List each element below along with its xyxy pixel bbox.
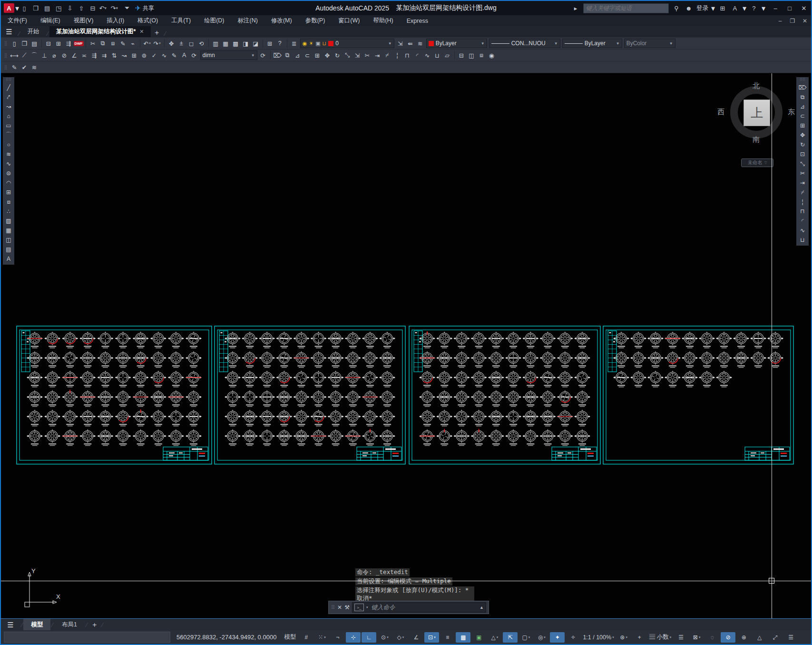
edit-text-icon[interactable]: ✎ <box>10 62 20 72</box>
command-dock-close-icon[interactable]: ✕ <box>337 604 342 611</box>
tab-model[interactable]: 模型 <box>23 619 50 631</box>
region-tool-icon[interactable]: ◫ <box>4 235 13 244</box>
trim-tool-icon[interactable]: ✂ <box>798 169 807 178</box>
insert-block-tool-icon[interactable]: ⊞ <box>4 188 13 197</box>
blend-tool-icon[interactable]: ⊔ <box>798 235 807 244</box>
qat-save-as-icon[interactable]: ◳ <box>53 3 64 13</box>
object-snap-toggle[interactable]: ⊡▾ <box>424 632 439 643</box>
selection-filtering-toggle[interactable]: ▢▾ <box>519 632 533 643</box>
help-icon[interactable]: ? <box>275 39 285 48</box>
dim-space-icon[interactable]: ⇅ <box>109 50 119 60</box>
explode-icon[interactable]: ▱ <box>442 50 452 60</box>
toolbar-handle[interactable]: ⣿ <box>4 53 8 58</box>
markup-set-manager-icon[interactable]: ◪ <box>251 39 261 48</box>
menu-item-8[interactable]: 标注(N) <box>231 15 264 26</box>
app-menu-caret[interactable]: ▾ <box>15 4 19 13</box>
dimstyle-caret[interactable]: ▼ <box>251 53 255 58</box>
command-tools-icon[interactable]: ⚒ <box>344 604 350 611</box>
zoom-window-icon[interactable]: ◻ <box>186 39 196 48</box>
ellipse-tool-icon[interactable]: ⊜ <box>4 169 13 178</box>
blend-curves-icon[interactable]: ⊔ <box>432 50 442 60</box>
qat-customize-icon[interactable]: ⏷ <box>122 3 132 13</box>
dim-radius-icon[interactable]: ⌀ <box>49 50 59 60</box>
annotation-scale-button[interactable]: 1:1 / 100%▾ <box>581 632 615 643</box>
save-block-icon[interactable]: ⧈ <box>477 50 487 60</box>
command-input-field[interactable]: >_ ▾ ▲ <box>352 602 486 613</box>
break-icon[interactable]: ¦ <box>392 50 402 60</box>
menu-item-10[interactable]: 参数(P) <box>299 15 332 26</box>
tab-document[interactable]: 某加油站双层网架结构设计图*✕ <box>49 26 151 37</box>
menu-item-11[interactable]: 窗口(W) <box>332 15 366 26</box>
dim-linear-icon[interactable]: ⟷ <box>10 50 20 60</box>
center-mark-icon[interactable]: ⊚ <box>139 50 149 60</box>
match-properties-icon[interactable]: ⌁ <box>128 39 138 48</box>
dim-angular-icon[interactable]: ∠ <box>69 50 79 60</box>
palette-handle[interactable]: ⠿⠿ <box>800 79 805 82</box>
menu-item-12[interactable]: 帮助(H) <box>366 15 400 26</box>
design-center-icon[interactable]: ▦ <box>221 39 231 48</box>
circle-tool-icon[interactable]: ○ <box>4 140 13 149</box>
snap-mode-toggle[interactable]: ⁙▾ <box>314 632 329 643</box>
undo-icon[interactable]: ↶▾ <box>142 39 152 48</box>
doc-minimize-button[interactable]: – <box>774 16 786 26</box>
quick-calc-icon[interactable]: ⊞ <box>265 39 275 48</box>
layer-dropdown-caret[interactable]: ▼ <box>388 41 392 46</box>
new-layout-button[interactable]: ＋ <box>88 620 100 629</box>
layer-previous-icon[interactable]: ⇚ <box>405 39 415 48</box>
break-at-point-icon[interactable]: ⌿ <box>382 50 392 60</box>
lineweight-display-toggle[interactable]: ≡ <box>440 632 455 643</box>
signin-caret[interactable]: ▾ <box>711 4 715 13</box>
tab-start[interactable]: 开始 <box>20 26 46 37</box>
qat-plot-icon[interactable]: ⊟ <box>88 3 98 13</box>
array-tool-icon[interactable]: ⊞ <box>798 121 807 130</box>
qat-open-from-web-icon[interactable]: ⇩ <box>65 3 75 13</box>
isometric-drafting-toggle[interactable]: ◇▾ <box>393 632 408 643</box>
rotate-tool-icon[interactable]: ↻ <box>798 140 807 149</box>
viewcube-west-label[interactable]: 西 <box>717 108 724 117</box>
join-icon[interactable]: ⊓ <box>402 50 412 60</box>
array-icon[interactable]: ⊞ <box>313 50 323 60</box>
menu-item-6[interactable]: 工具(T) <box>165 15 197 26</box>
autodesk-access-toggle[interactable]: ⊕ <box>736 632 751 643</box>
viewcube-top-face[interactable]: 上 <box>744 99 770 126</box>
point-tool-icon[interactable]: ∴ <box>4 207 13 216</box>
command-dock-handle[interactable]: ⠿ <box>331 605 335 611</box>
autodesk-app-icon[interactable]: A <box>730 5 740 12</box>
palette-handle[interactable]: ⠿⠿ <box>6 79 11 82</box>
graphics-performance-toggle[interactable]: ⊘ <box>721 632 735 643</box>
zoom-realtime-icon[interactable]: ± <box>176 39 186 48</box>
chamfer-icon[interactable]: ◜ <box>412 50 422 60</box>
lineweight-control-caret[interactable]: ▼ <box>616 41 620 46</box>
zoom-previous-icon[interactable]: ⟲ <box>196 39 206 48</box>
search-icon[interactable]: ⚲ <box>672 5 681 12</box>
dim-update-icon[interactable]: ⟳ <box>189 50 199 60</box>
sheet-set-manager-icon[interactable]: ◨ <box>241 39 251 48</box>
join-tool-icon[interactable]: ⊓ <box>798 207 807 216</box>
autoscale-annotations-toggle[interactable]: ✧ <box>566 632 580 643</box>
menu-item-3[interactable]: 视图(V) <box>67 15 100 26</box>
layer-control[interactable]: ◉☀▣⊔0▼ <box>300 39 394 48</box>
move-icon[interactable]: ✥ <box>323 50 333 60</box>
copy-tool-icon[interactable]: ⧉ <box>798 92 807 101</box>
batch-plot-icon[interactable]: ⇶ <box>64 39 74 48</box>
object-snap-tracking-toggle[interactable]: ∠ <box>409 632 423 643</box>
break-at-point-tool-icon[interactable]: ⌿ <box>798 188 807 197</box>
spell-check-icon[interactable]: ✔ <box>20 62 29 72</box>
drawing-canvas[interactable]: YX ⠿⠿╱⤤↝⌂▭⌒○≋∿⊜◠⊞⧈∴▨▦◫▤A ⠿⠿⌦⧉⊿⊂⊞✥↻⊡⤡✂⇥⌿¦… <box>1 73 811 618</box>
crosshair-toggle-toggle[interactable]: + <box>632 632 647 643</box>
qat-undo-icon[interactable]: ↶▾ <box>99 3 109 13</box>
menu-item-2[interactable]: 编辑(E) <box>34 15 67 26</box>
qat-open-icon[interactable]: ❒ <box>30 3 41 13</box>
file-tab-menu-icon[interactable]: ☰ <box>1 26 17 37</box>
menu-item-5[interactable]: 格式(O) <box>131 15 165 26</box>
rotate-icon[interactable]: ↻ <box>333 50 342 60</box>
layout-menu-icon[interactable]: ☰ <box>1 621 20 629</box>
create-block-tool-icon[interactable]: ⧈ <box>4 197 13 206</box>
extend-icon[interactable]: ⇥ <box>372 50 382 60</box>
command-caret[interactable]: ▾ <box>366 605 368 609</box>
menu-item-9[interactable]: 修改(M) <box>264 15 299 26</box>
viewcube-north-label[interactable]: 北 <box>753 81 760 90</box>
break-tool-icon[interactable]: ¦ <box>798 197 807 206</box>
erase-icon[interactable]: ⌦ <box>273 50 283 60</box>
dynamic-ucs-toggle[interactable]: ⇱ <box>503 632 518 643</box>
